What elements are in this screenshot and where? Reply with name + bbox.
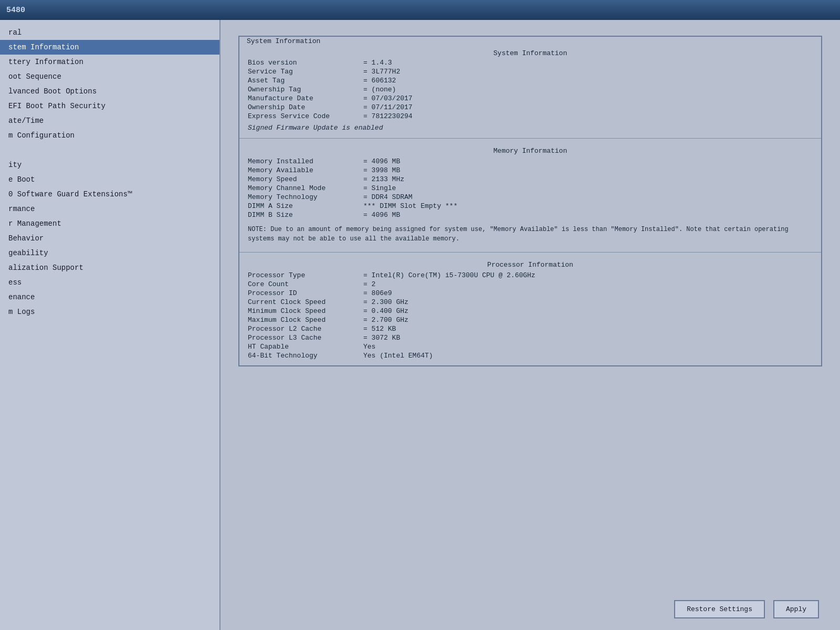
sidebar: ral stem Information ttery Information o… xyxy=(0,20,220,630)
dimm-a-size-value: *** DIMM Slot Empty *** xyxy=(363,202,457,210)
processor-l3-cache-label: Processor L3 Cache xyxy=(248,334,363,342)
sidebar-item-advanced-boot-options[interactable]: lvanced Boot Options xyxy=(0,84,219,99)
memory-installed-row: Memory Installed = 4096 MB xyxy=(239,157,821,166)
sidebar-item-blank xyxy=(0,143,219,158)
current-clock-speed-value: = 2.300 GHz xyxy=(363,298,408,306)
maximum-clock-speed-label: Maximum Clock Speed xyxy=(248,316,363,324)
firmware-note: Signed Firmware Update is enabled xyxy=(239,121,821,135)
sidebar-item-system-information[interactable]: stem Information xyxy=(0,40,219,55)
sidebar-item-alization-support[interactable]: alization Support xyxy=(0,260,219,275)
section-divider-2 xyxy=(239,252,821,253)
memory-channel-mode-row: Memory Channel Mode = Single xyxy=(239,184,821,193)
asset-tag-row: Asset Tag = 606132 xyxy=(239,76,821,85)
window-title: 5480 xyxy=(6,6,25,15)
ownership-tag-value: = (none) xyxy=(363,86,396,93)
core-count-label: Core Count xyxy=(248,280,363,288)
bios-version-value: = 1.4.3 xyxy=(363,59,392,67)
memory-available-row: Memory Available = 3998 MB xyxy=(239,166,821,175)
memory-speed-row: Memory Speed = 2133 MHz xyxy=(239,175,821,184)
minimum-clock-speed-row: Minimum Clock Speed = 0.400 GHz xyxy=(239,307,821,316)
processor-type-value: = Intel(R) Core(TM) i5-7300U CPU @ 2.60G… xyxy=(363,271,536,279)
apply-button[interactable]: Apply xyxy=(773,600,819,618)
64-bit-technology-row: 64-Bit Technology Yes (Intel EM64T) xyxy=(239,351,821,360)
sidebar-item-m-logs[interactable]: m Logs xyxy=(0,304,219,319)
asset-tag-label: Asset Tag xyxy=(248,77,363,85)
processor-l2-cache-value: = 512 KB xyxy=(363,325,396,333)
sidebar-item-battery-information[interactable]: ttery Information xyxy=(0,55,219,69)
sidebar-item-ess[interactable]: ess xyxy=(0,275,219,290)
processor-type-label: Processor Type xyxy=(248,271,363,279)
service-tag-value: = 3L777H2 xyxy=(363,68,400,76)
dimm-b-size-row: DIMM B Size = 4096 MB xyxy=(239,211,821,219)
bios-version-row: Bios version = 1.4.3 xyxy=(239,58,821,67)
sidebar-item-m-configuration[interactable]: m Configuration xyxy=(0,128,219,143)
ownership-date-label: Ownership Date xyxy=(248,103,363,111)
sidebar-item-software-guard-extensions[interactable]: 0 Software Guard Extensions™ xyxy=(0,187,219,202)
processor-id-label: Processor ID xyxy=(248,289,363,297)
content-panel: System Information System Information Bi… xyxy=(220,20,840,630)
memory-technology-label: Memory Technology xyxy=(248,193,363,201)
service-tag-row: Service Tag = 3L777H2 xyxy=(239,67,821,76)
ht-capable-value: Yes xyxy=(363,343,375,351)
manufacture-date-value: = 07/03/2017 xyxy=(363,94,413,102)
memory-installed-value: = 4096 MB xyxy=(363,158,400,165)
memory-technology-value: = DDR4 SDRAM xyxy=(363,193,413,201)
processor-section-header: Processor Information xyxy=(239,256,821,271)
sidebar-item-e-boot[interactable]: e Boot xyxy=(0,172,219,187)
minimum-clock-speed-value: = 0.400 GHz xyxy=(363,307,408,315)
memory-speed-label: Memory Speed xyxy=(248,175,363,183)
section-divider-1 xyxy=(239,138,821,139)
dimm-b-size-value: = 4096 MB xyxy=(363,211,400,219)
sidebar-item-r-management[interactable]: r Management xyxy=(0,216,219,231)
bottom-bar: Restore Settings Apply xyxy=(220,588,840,630)
asset-tag-value: = 606132 xyxy=(363,77,396,85)
memory-speed-value: = 2133 MHz xyxy=(363,175,404,183)
memory-channel-mode-value: = Single xyxy=(363,184,396,192)
restore-settings-button[interactable]: Restore Settings xyxy=(674,600,765,618)
sidebar-item-rmance[interactable]: rmance xyxy=(0,202,219,216)
processor-l2-cache-row: Processor L2 Cache = 512 KB xyxy=(239,324,821,333)
sidebar-item-ral[interactable]: ral xyxy=(0,25,219,40)
sidebar-item-behavior[interactable]: Behavior xyxy=(0,231,219,246)
ownership-date-row: Ownership Date = 07/11/2017 xyxy=(239,103,821,112)
sidebar-item-boot-sequence[interactable]: oot Sequence xyxy=(0,69,219,84)
memory-available-label: Memory Available xyxy=(248,166,363,174)
bios-version-label: Bios version xyxy=(248,59,363,67)
current-clock-speed-label: Current Clock Speed xyxy=(248,298,363,306)
ownership-date-value: = 07/11/2017 xyxy=(363,103,413,111)
memory-installed-label: Memory Installed xyxy=(248,158,363,165)
top-bar: 5480 xyxy=(0,0,840,20)
outer-frame-title: System Information xyxy=(245,37,322,45)
processor-id-value: = 806e9 xyxy=(363,289,392,297)
sidebar-item-date-time[interactable]: ate/Time xyxy=(0,113,219,128)
dimm-b-size-label: DIMM B Size xyxy=(248,211,363,219)
memory-available-value: = 3998 MB xyxy=(363,166,400,174)
memory-note: NOTE: Due to an amount of memory being a… xyxy=(239,219,821,249)
core-count-value: = 2 xyxy=(363,280,375,288)
64-bit-technology-label: 64-Bit Technology xyxy=(248,352,363,360)
express-service-code-label: Express Service Code xyxy=(248,112,363,120)
processor-type-row: Processor Type = Intel(R) Core(TM) i5-73… xyxy=(239,271,821,280)
ht-capable-row: HT Capable Yes xyxy=(239,342,821,351)
processor-l2-cache-label: Processor L2 Cache xyxy=(248,325,363,333)
sidebar-item-enance[interactable]: enance xyxy=(0,290,219,304)
system-information-frame: System Information System Information Bi… xyxy=(238,36,822,366)
processor-l3-cache-row: Processor L3 Cache = 3072 KB xyxy=(239,333,821,342)
minimum-clock-speed-label: Minimum Clock Speed xyxy=(248,307,363,315)
express-service-code-value: = 7812230294 xyxy=(363,112,413,120)
sidebar-item-efi-boot-path-security[interactable]: EFI Boot Path Security xyxy=(0,99,219,113)
ht-capable-label: HT Capable xyxy=(248,343,363,351)
system-info-section-header: System Information xyxy=(239,46,821,58)
ownership-tag-label: Ownership Tag xyxy=(248,86,363,93)
dimm-a-size-row: DIMM A Size *** DIMM Slot Empty *** xyxy=(239,202,821,211)
sidebar-item-geability[interactable]: geability xyxy=(0,246,219,260)
main-area: ral stem Information ttery Information o… xyxy=(0,20,840,630)
outer-frame-inner: System Information Bios version = 1.4.3 … xyxy=(239,46,821,365)
processor-id-row: Processor ID = 806e9 xyxy=(239,289,821,298)
maximum-clock-speed-row: Maximum Clock Speed = 2.700 GHz xyxy=(239,316,821,324)
ownership-tag-row: Ownership Tag = (none) xyxy=(239,85,821,94)
sidebar-item-ity[interactable]: ity xyxy=(0,158,219,172)
service-tag-label: Service Tag xyxy=(248,68,363,76)
memory-channel-mode-label: Memory Channel Mode xyxy=(248,184,363,192)
maximum-clock-speed-value: = 2.700 GHz xyxy=(363,316,408,324)
